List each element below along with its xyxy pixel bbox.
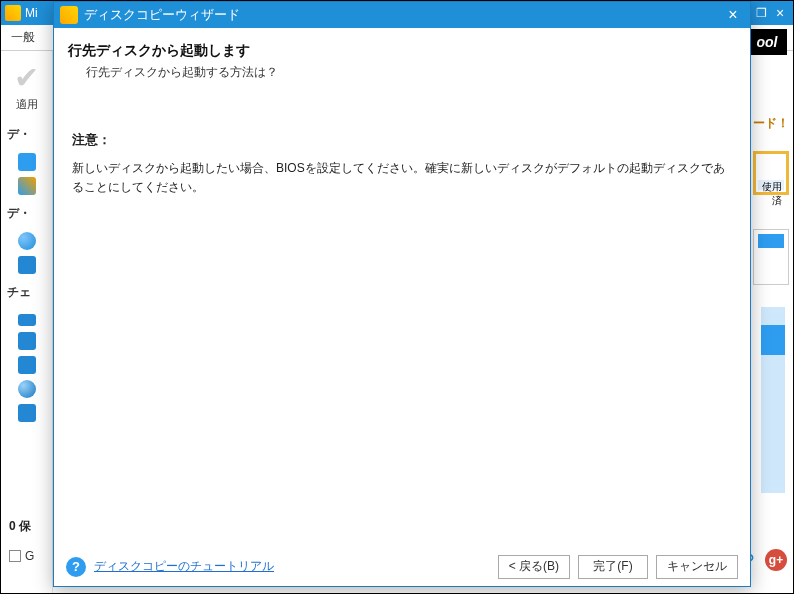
- wizard-content: 注意： 新しいディスクから起動したい場合、BIOSを設定してください。確実に新し…: [54, 91, 750, 546]
- sidebar-icon-align[interactable]: [18, 314, 36, 326]
- wizard-title: ディスクコピーウィザード: [84, 6, 240, 24]
- parent-title-fragment: Mi: [25, 6, 38, 20]
- wizard-heading: 行先ディスクから起動します: [68, 42, 736, 60]
- disk-usage-box: 使用済: [753, 151, 789, 195]
- wizard-subheading: 行先ディスクから起動する方法は？: [86, 64, 736, 81]
- note-heading: 注意：: [72, 131, 732, 149]
- wizard-suffix-fragment: ード！: [753, 115, 789, 132]
- sidebar-icon-partition[interactable]: [18, 153, 36, 171]
- tutorial-link[interactable]: ディスクコピーのチュートリアル: [94, 558, 274, 575]
- help-icon[interactable]: ?: [66, 557, 86, 577]
- sidebar-head-disk-b: デ・: [1, 201, 52, 226]
- disk-usage-label: 使用済: [758, 180, 784, 190]
- parent-restore-icon[interactable]: ❐: [756, 6, 767, 20]
- wizard-header: 行先ディスクから起動します 行先ディスクから起動する方法は？: [54, 28, 750, 91]
- g-checkbox-label: G: [25, 549, 34, 563]
- sidebar-head-check: チェ: [1, 280, 52, 305]
- apply-label[interactable]: 適用: [1, 97, 52, 112]
- g-checkbox[interactable]: G: [9, 549, 34, 563]
- cancel-button[interactable]: キャンセル: [656, 555, 738, 579]
- app-icon: [5, 5, 21, 21]
- finish-button[interactable]: 完了(F): [578, 555, 648, 579]
- sidebar-icon-clipboard[interactable]: [18, 356, 36, 374]
- sidebar-icon-globe[interactable]: [18, 232, 36, 250]
- wizard-app-icon: [60, 6, 78, 24]
- disk-copy-wizard-dialog: ディスクコピーウィザード × 行先ディスクから起動します 行先ディスクから起動す…: [53, 1, 751, 587]
- g-checkbox-box[interactable]: [9, 550, 21, 562]
- partition-stripe: [761, 307, 785, 493]
- disk-bar-box: [753, 229, 789, 285]
- wizard-titlebar: ディスクコピーウィザード ×: [54, 2, 750, 28]
- toolbar-general[interactable]: 一般: [11, 29, 35, 46]
- parent-close-icon[interactable]: ×: [771, 5, 789, 21]
- wizard-close-icon[interactable]: ×: [722, 6, 744, 24]
- sidebar-icon-refresh[interactable]: [18, 256, 36, 274]
- sidebar-icon-surface[interactable]: [18, 380, 36, 398]
- sidebar-head-disk-a: デ・: [1, 122, 52, 147]
- sidebar-icon-migration[interactable]: [18, 177, 36, 195]
- sidebar-icon-tools[interactable]: [18, 332, 36, 350]
- wizard-footer: ? ディスクコピーのチュートリアル < 戻る(B) 完了(F) キャンセル: [54, 546, 750, 586]
- google-plus-icon[interactable]: g+: [765, 549, 787, 571]
- sidebar-icon-properties[interactable]: [18, 404, 36, 422]
- apply-check-icon: ✔: [7, 63, 47, 93]
- brand-logo-fragment: ool: [747, 29, 787, 55]
- note-body: 新しいディスクから起動したい場合、BIOSを設定してください。確実に新しいディス…: [72, 159, 732, 196]
- back-button[interactable]: < 戻る(B): [498, 555, 570, 579]
- sidebar: ✔ 適用 デ・ デ・ チェ: [1, 51, 53, 594]
- pending-operations-label: 0 保: [9, 518, 31, 535]
